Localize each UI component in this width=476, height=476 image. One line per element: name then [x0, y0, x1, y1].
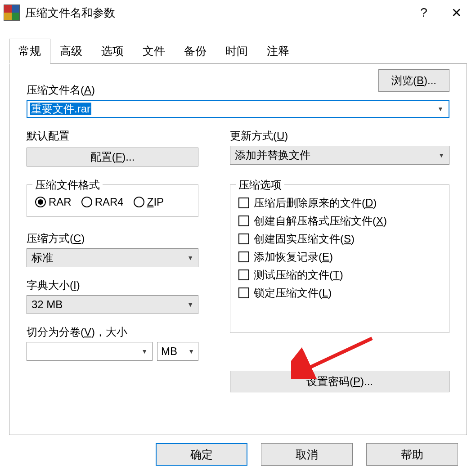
radio-rar[interactable]: RAR — [35, 196, 72, 208]
chevron-down-icon: ▼ — [141, 348, 148, 355]
archive-name-combo[interactable]: 重要文件.rar ▼ — [27, 100, 449, 118]
window-title: 压缩文件名和参数 — [25, 5, 408, 20]
help-button[interactable]: 帮助 — [366, 443, 458, 466]
options-fieldset: 压缩选项 压缩后删除原来的文件(D) 创建自解压格式压缩文件(X) 创建固实压缩… — [230, 184, 449, 333]
method-dropdown[interactable]: 标准 ▼ — [27, 248, 198, 267]
method-label: 压缩方式(C) — [27, 231, 198, 246]
cancel-button[interactable]: 取消 — [261, 443, 353, 466]
tab-advanced[interactable]: 高级 — [50, 39, 92, 64]
tab-backup[interactable]: 备份 — [175, 39, 216, 64]
browse-button[interactable]: 浏览(B)... — [378, 69, 449, 92]
options-legend: 压缩选项 — [236, 178, 284, 192]
dict-dropdown[interactable]: 32 MB ▼ — [27, 295, 198, 314]
tab-options[interactable]: 选项 — [92, 39, 133, 64]
radio-zip[interactable]: ZIP — [134, 196, 164, 208]
tab-bar: 常规 高级 选项 文件 备份 时间 注释 — [0, 39, 476, 64]
chevron-down-icon: ▼ — [187, 254, 193, 261]
split-label: 切分为分卷(V)，大小 — [27, 325, 198, 339]
help-icon[interactable]: ? — [408, 0, 440, 25]
archive-name-input: 重要文件.rar — [27, 101, 432, 117]
chevron-down-icon: ▼ — [187, 301, 193, 308]
format-fieldset: 压缩文件格式 RAR RAR4 ZIP — [27, 184, 198, 217]
split-unit-dropdown[interactable]: MB ▼ — [157, 342, 198, 361]
profile-button[interactable]: 配置(F)... — [27, 148, 198, 166]
app-icon — [4, 4, 20, 21]
tab-time[interactable]: 时间 — [216, 39, 257, 64]
tab-files[interactable]: 文件 — [133, 39, 175, 64]
close-icon[interactable]: ✕ — [440, 0, 472, 25]
format-legend: 压缩文件格式 — [32, 178, 103, 192]
checkbox-delete-after[interactable]: 压缩后删除原来的文件(D) — [238, 196, 441, 210]
dict-label: 字典大小(I) — [27, 278, 198, 292]
password-button[interactable]: 设置密码(P)... — [230, 371, 449, 392]
chevron-down-icon: ▼ — [188, 348, 194, 355]
update-mode-label: 更新方式(U) — [230, 129, 449, 143]
checkbox-lock[interactable]: 锁定压缩文件(L) — [238, 286, 441, 300]
checkbox-sfx[interactable]: 创建自解压格式压缩文件(X) — [238, 214, 441, 228]
update-mode-dropdown[interactable]: 添加并替换文件 ▼ — [230, 146, 449, 165]
tab-general[interactable]: 常规 — [9, 39, 50, 64]
ok-button[interactable]: 确定 — [156, 443, 247, 466]
split-size-input[interactable]: ▼ — [27, 342, 153, 361]
chevron-down-icon[interactable]: ▼ — [432, 105, 449, 112]
tab-content: 浏览(B)... 压缩文件名(A) 重要文件.rar ▼ 默认配置 配置(F).… — [9, 63, 467, 435]
tab-comment[interactable]: 注释 — [257, 39, 299, 64]
profile-label: 默认配置 — [27, 129, 198, 143]
chevron-down-icon: ▼ — [438, 152, 445, 159]
checkbox-test[interactable]: 测试压缩的文件(T) — [238, 268, 441, 282]
radio-rar4[interactable]: RAR4 — [81, 196, 124, 208]
checkbox-solid[interactable]: 创建固实压缩文件(S) — [238, 232, 441, 246]
titlebar: 压缩文件名和参数 ? ✕ — [0, 0, 476, 25]
footer: 确定 取消 帮助 — [0, 435, 476, 466]
checkbox-recovery[interactable]: 添加恢复记录(E) — [238, 250, 441, 264]
